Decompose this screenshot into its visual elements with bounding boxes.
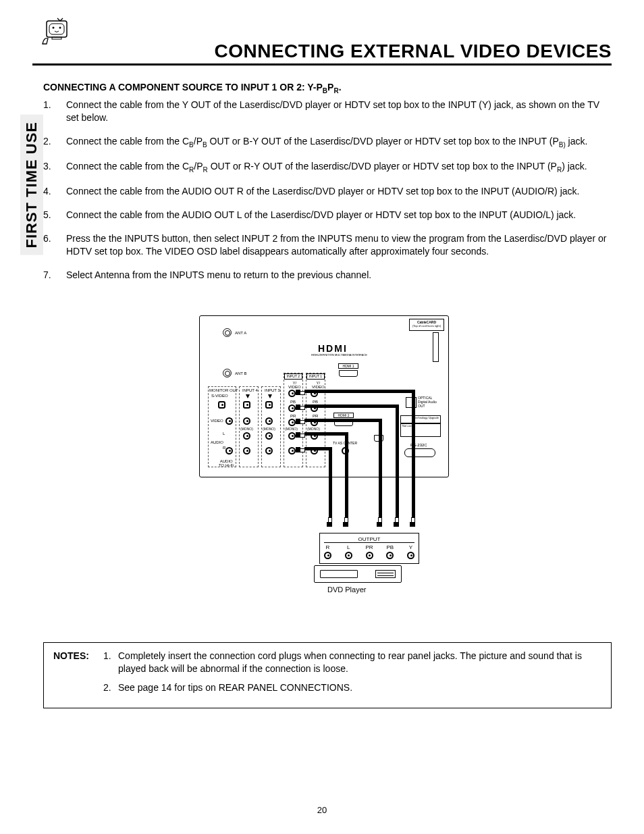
list-item: 3.Connect the cable from the CR/PR OUT o…	[43, 160, 612, 174]
hdmi-logo-icon: HDMI	[318, 343, 348, 354]
svg-point-3	[59, 27, 61, 29]
notes-box: NOTES: 1.Completely insert the connectio…	[43, 642, 612, 709]
cablecard-port	[433, 332, 439, 362]
mascot-icon	[37, 17, 70, 47]
ant-b-jack	[223, 369, 232, 377]
vertical-tab-label: FIRST TIME USE	[20, 115, 43, 255]
svg-point-2	[53, 27, 55, 29]
list-item: 1.Connect the cable from the Y OUT of th…	[43, 99, 612, 124]
instruction-list: 1.Connect the cable from the Y OUT of th…	[43, 99, 612, 282]
list-item: 1.Completely insert the connection cord …	[103, 650, 601, 675]
list-item: 6.Press the the INPUTS button, then sele…	[43, 232, 612, 258]
list-item: 2.See page 14 for tips on REAR PANEL CON…	[103, 681, 601, 694]
hdmi1-port	[339, 370, 358, 377]
list-item: 7.Select Antenna from the INPUTS menu to…	[43, 269, 612, 282]
device-label: DVD Player	[327, 585, 366, 594]
connection-diagram: ANT A ANT B CableCARD (Top of card faces…	[192, 315, 462, 626]
input2-y-jack	[288, 390, 296, 397]
section-heading: CONNECTING A COMPONENT SOURCE TO INPUT 1…	[43, 82, 612, 95]
svg-rect-4	[52, 37, 61, 39]
input2-audio-r-jack	[288, 447, 296, 454]
notes-label: NOTES:	[53, 650, 94, 702]
dvd-output-panel: OUTPUT R L PR PB Y	[319, 533, 419, 564]
list-item: 4.Connect the cable from the AUDIO OUT R…	[43, 185, 612, 198]
input2-pr-jack	[288, 419, 296, 426]
svg-rect-1	[49, 24, 64, 34]
list-item: 2.Connect the cable from the CB/PB OUT o…	[43, 135, 612, 149]
page-number: 20	[0, 805, 644, 815]
page-title: CONNECTING EXTERNAL VIDEO DEVICES	[32, 41, 612, 66]
list-item: 5.Connect the cable from the AUDIO OUT L…	[43, 209, 612, 221]
input2-audio-l-jack	[288, 432, 296, 440]
dvd-player-icon	[314, 565, 402, 583]
ant-a-jack	[223, 328, 232, 337]
cablecard-slot: CableCARD (Top of card faces right)	[409, 319, 444, 331]
input2-pb-jack	[288, 405, 296, 412]
